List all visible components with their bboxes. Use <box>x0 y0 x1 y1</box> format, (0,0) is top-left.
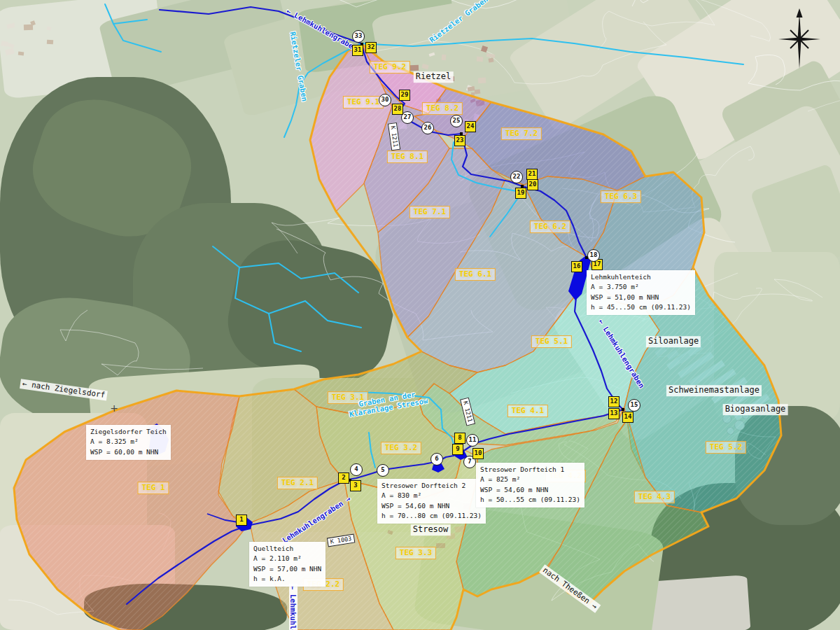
measurement-point-15: 15 <box>628 399 640 412</box>
place-label: Biogasanlage <box>723 404 788 415</box>
measurement-point-4: 4 <box>350 463 363 476</box>
measurement-point-23: 23 <box>454 135 465 146</box>
pond-info-box: Stresower Dorfteich 1 A = 825 m² WSP = 5… <box>476 463 584 507</box>
overlay-layer <box>0 0 840 630</box>
measurement-point-28: 28 <box>392 104 403 115</box>
teg-area-label: TEG 8.1 <box>387 150 428 163</box>
pond-info-box: Ziegelsdorfer Teich A = 8.325 m² WSP = 6… <box>86 425 171 460</box>
compass-north-arrowhead <box>797 8 803 18</box>
measurement-point-9: 9 <box>452 444 463 455</box>
measurement-point-6: 6 <box>430 453 443 465</box>
north-arrow-icon <box>774 7 825 74</box>
place-label: Rietzel <box>414 71 454 83</box>
teg-area-label: TEG 3.2 <box>381 442 421 454</box>
teg-area-label: TEG 1 <box>137 482 169 494</box>
ditch-stream <box>269 314 301 351</box>
measurement-point-5: 5 <box>377 464 389 477</box>
measurement-point-16: 16 <box>571 261 582 272</box>
place-label: Siloanlage <box>646 336 701 347</box>
measurement-point-26: 26 <box>421 122 434 134</box>
pond-info-box: Stresower Dorfteich 2 A = 830 m² WSP = 5… <box>377 479 486 524</box>
measurement-point-14: 14 <box>622 412 634 423</box>
ditch-stream <box>361 38 743 64</box>
measurement-point-1: 1 <box>236 514 247 526</box>
measurement-point-18: 18 <box>587 249 600 262</box>
place-label: Stresow <box>411 524 451 536</box>
measurement-point-29: 29 <box>399 90 410 101</box>
measurement-point-32: 32 <box>365 42 377 53</box>
teg-area-label: TEG 4.3 <box>634 491 675 503</box>
teg-area-label: TEG 4.1 <box>507 405 548 417</box>
stream-node-dot <box>622 408 624 411</box>
pond-info-box: Lehmkuhlenteich A = 3.750 m² WSP = 51,00… <box>587 270 695 315</box>
teg-area-label: TEG 5.1 <box>531 335 572 348</box>
place-label: Schweinemastanlage <box>666 385 762 396</box>
measurement-point-2: 2 <box>338 472 349 484</box>
catchment-map: TEG 1TEG 2.1TEG 2.2TEG 3.1TEG 3.2TEG 3.3… <box>0 0 840 630</box>
measurement-point-11: 11 <box>466 434 479 447</box>
measurement-point-30: 30 <box>379 94 391 106</box>
ditch-stream <box>105 4 161 52</box>
teg-area-label: TEG 3.3 <box>396 547 436 559</box>
teg-area-label: TEG 8.2 <box>422 102 463 115</box>
teg-area-label: TEG 6.1 <box>455 268 496 281</box>
stream-name-label: ← Lehmkuhlengraben <box>289 584 298 630</box>
pond-info-box: Quellteich A = 2.110 m² WSP = 57,00 m NH… <box>249 542 326 587</box>
measurement-point-10: 10 <box>472 448 484 459</box>
measurement-point-31: 31 <box>352 45 363 56</box>
compass-rose-icon <box>774 7 825 74</box>
measurement-point-12: 12 <box>608 396 620 407</box>
measurement-point-33: 33 <box>352 30 365 43</box>
teg-area-label: TEG 5.2 <box>706 441 746 454</box>
teg-area-label: TEG 2.1 <box>277 477 318 489</box>
measurement-point-21: 21 <box>526 169 538 180</box>
teg-area-label: TEG 6.2 <box>530 220 570 233</box>
ditch-stream <box>113 20 147 24</box>
measurement-point-3: 3 <box>350 480 361 491</box>
measurement-point-20: 20 <box>527 179 538 190</box>
ditch-stream <box>239 263 358 293</box>
measurement-point-13: 13 <box>608 408 620 419</box>
teg-area-label: TEG 9.1 <box>343 96 384 108</box>
ditch-stream <box>213 246 361 328</box>
catchment-overlay-svg <box>0 0 840 630</box>
measurement-point-24: 24 <box>465 121 476 132</box>
teg-area-label: TEG 9.2 <box>370 61 410 74</box>
measurement-point-22: 22 <box>510 171 523 183</box>
measurement-point-25: 25 <box>450 115 463 127</box>
measurement-point-8: 8 <box>454 433 465 444</box>
grid-crosshair: + <box>110 403 118 413</box>
teg-area-label: TEG 6.3 <box>601 190 641 203</box>
teg-area-label: TEG 7.2 <box>501 127 542 140</box>
teg-area-label: TEG 7.1 <box>410 206 450 218</box>
measurement-point-19: 19 <box>515 188 526 199</box>
